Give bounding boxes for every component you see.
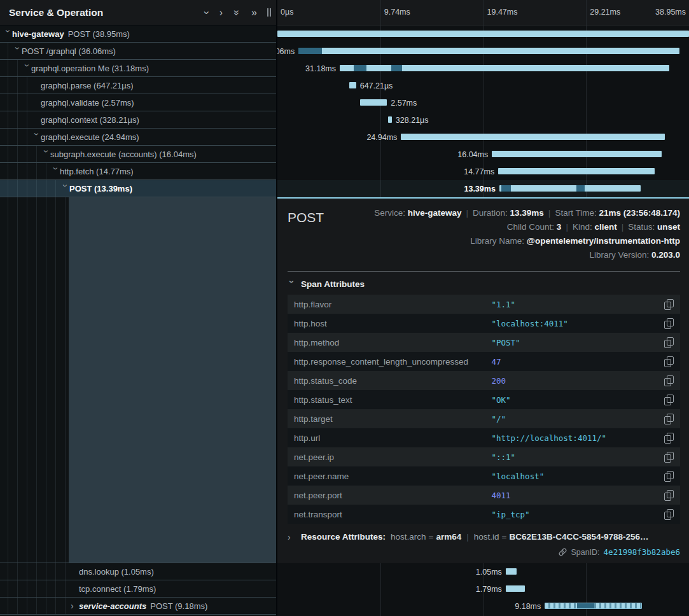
chevron-right-icon[interactable] <box>71 601 79 610</box>
attribute-value: 47 <box>491 357 664 367</box>
span-tree-row[interactable]: graphql.validate (2.57ms) <box>0 94 276 111</box>
attribute-key: http.status_text <box>294 395 491 405</box>
separator: | <box>462 208 473 218</box>
timeline-row[interactable]: 328.21µs <box>277 111 689 129</box>
span-tree-row[interactable]: graphql.execute (24.94ms) <box>0 129 276 146</box>
span-duration-bar[interactable] <box>492 151 661 157</box>
panel-resize-grip[interactable] <box>267 8 271 17</box>
chevron-down-icon <box>288 280 296 288</box>
chevron-down-icon[interactable] <box>23 64 32 73</box>
attribute-row: http.target"/" <box>288 409 680 428</box>
indent-guide <box>27 163 27 179</box>
resource-attributes-toggle[interactable]: Resource Attributes: host.arch=arm64|hos… <box>288 532 680 542</box>
indent-guide <box>27 111 27 128</box>
copy-icon[interactable] <box>664 433 674 444</box>
span-duration-bar[interactable] <box>401 134 664 140</box>
detail-header: POST Service: hive-gateway|Duration: 13.… <box>288 206 680 262</box>
chevron-down-icon[interactable] <box>13 47 22 55</box>
attribute-value: "ip_tcp" <box>491 510 664 519</box>
timeline-row[interactable]: 13.39ms <box>277 180 689 197</box>
timeline-panel: 0µs9.74ms19.47ms29.21ms38.95ms 38.95ms36… <box>277 0 689 616</box>
span-tree-row[interactable]: POST /graphql (36.06ms) <box>0 43 276 60</box>
span-tree-row[interactable]: graphql.parse (647.21µs) <box>0 77 276 94</box>
span-duration-bar[interactable] <box>499 185 641 192</box>
metadata-value: 21ms (23:56:48.174) <box>599 208 680 218</box>
timeline-row[interactable]: 647.21µs <box>277 77 689 94</box>
timeline-row[interactable]: 2.57ms <box>277 94 689 111</box>
span-duration-bar[interactable] <box>298 48 679 54</box>
chevron-down-icon[interactable] <box>52 167 60 176</box>
span-tree-row[interactable]: POST (13.39ms) <box>0 180 276 197</box>
copy-icon[interactable] <box>664 471 674 482</box>
copy-icon[interactable] <box>664 299 674 310</box>
span-tree-row[interactable]: tcp.connect (1.79ms) <box>0 580 276 598</box>
span-attributes-toggle[interactable]: Span Attributes <box>288 279 680 289</box>
copy-icon[interactable] <box>664 395 674 405</box>
span-tree-row[interactable]: subgraph.execute (accounts) (16.04ms) <box>0 146 276 163</box>
timeline-row[interactable]: 38.95ms <box>277 25 689 43</box>
span-duration-bar[interactable] <box>340 65 669 71</box>
span-tree-panel: Service & Operation hive-gatewayPOST (38… <box>0 0 277 616</box>
indent-guide <box>46 163 46 179</box>
span-duration-bar[interactable] <box>360 99 387 106</box>
span-tree-row[interactable]: dns.lookup (1.05ms) <box>0 563 276 580</box>
span-tree-row[interactable]: hive-gatewayPOST (38.95ms) <box>0 25 276 43</box>
copy-icon[interactable] <box>664 318 674 329</box>
timeline-row[interactable]: 24.94ms <box>277 129 689 146</box>
chevron-down-icon[interactable] <box>32 133 41 141</box>
copy-icon[interactable] <box>664 337 674 348</box>
span-tree-row[interactable]: graphql.context (328.21µs) <box>0 111 276 129</box>
link-icon[interactable] <box>559 548 567 556</box>
chevron-down-icon[interactable] <box>4 30 13 38</box>
timeline-row[interactable]: 14.77ms <box>277 163 689 180</box>
indent-guide <box>8 94 8 111</box>
timeline-row[interactable]: 9.18ms <box>277 598 689 615</box>
indent-guide <box>17 77 18 94</box>
service-name-label: hive-gateway <box>12 29 64 39</box>
timeline-row[interactable]: 16.04ms <box>277 146 689 163</box>
copy-icon[interactable] <box>664 509 674 520</box>
ruler-gridline <box>380 0 381 25</box>
span-id-label: SpanID: <box>571 548 599 557</box>
span-tree-row[interactable]: http.fetch (14.77ms) <box>0 163 276 180</box>
service-name-label: service-accounts <box>79 601 146 611</box>
operation-label: http.fetch (14.77ms) <box>60 167 134 176</box>
copy-icon[interactable] <box>664 375 674 386</box>
span-duration-bar[interactable] <box>506 585 525 592</box>
double-chevron-down-icon[interactable] <box>232 10 242 15</box>
span-tree-row[interactable]: graphql.operation Me (31.18ms) <box>0 60 276 77</box>
span-duration-bar[interactable] <box>545 603 641 609</box>
copy-icon[interactable] <box>664 452 674 463</box>
span-duration-bar[interactable] <box>349 82 356 88</box>
chevron-down-icon[interactable] <box>201 11 211 14</box>
copy-icon[interactable] <box>664 414 674 424</box>
attribute-value: "localhost:4011" <box>491 319 664 328</box>
span-duration-bar[interactable] <box>277 31 689 37</box>
double-chevron-right-icon[interactable] <box>251 8 257 18</box>
copy-icon[interactable] <box>664 356 674 367</box>
expanded-row-left <box>0 197 276 563</box>
duration-label: 647.21µs <box>360 81 393 90</box>
timeline-row[interactable]: 36.06ms <box>277 43 689 60</box>
chevron-right-icon[interactable] <box>219 8 223 18</box>
timeline-row[interactable]: 1.05ms <box>277 563 689 580</box>
timeline-row[interactable]: 1.79ms <box>277 580 689 598</box>
metadata-label: Library Version: <box>589 250 651 260</box>
chevron-down-icon[interactable] <box>42 150 51 158</box>
timeline-row[interactable]: 31.18ms <box>277 60 689 77</box>
span-tree-row[interactable]: service-accountsPOST (9.18ms) <box>0 598 276 615</box>
indent-guide <box>36 163 37 179</box>
chevron-down-icon[interactable] <box>61 185 70 193</box>
bar-self-time-segment <box>391 65 402 71</box>
bar-self-time-segment <box>501 185 511 192</box>
span-duration-bar[interactable] <box>506 568 517 575</box>
metadata-value: 13.39ms <box>510 208 544 218</box>
span-id-row: SpanID: 4e21998f3b82abe6 <box>288 547 680 557</box>
operation-label: POST /graphql (36.06ms) <box>22 46 116 56</box>
span-detail-panel: POST Service: hive-gateway|Duration: 13.… <box>277 197 689 563</box>
span-duration-bar[interactable] <box>498 168 654 174</box>
copy-icon[interactable] <box>664 490 674 501</box>
attribute-key: http.host <box>294 319 491 328</box>
span-duration-bar[interactable] <box>388 116 391 123</box>
span-tree-top: hive-gatewayPOST (38.95ms)POST /graphql … <box>0 25 276 197</box>
